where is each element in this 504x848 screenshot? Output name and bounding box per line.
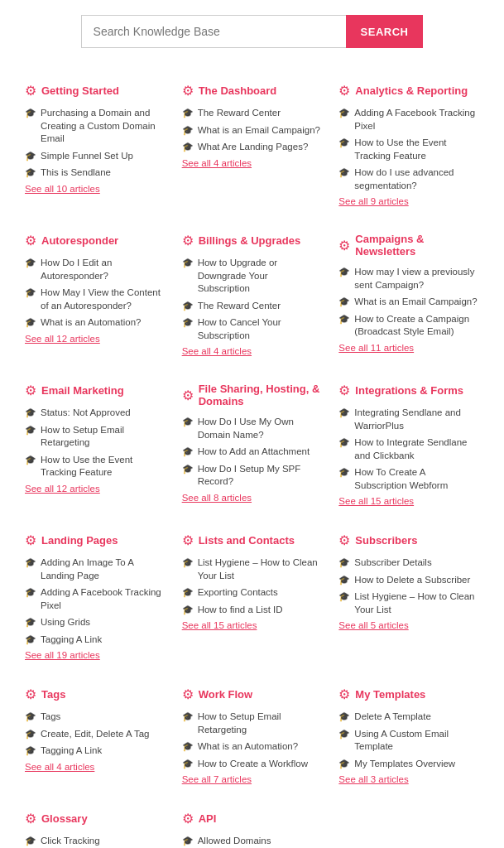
article-link[interactable]: How to Create a Workflow bbox=[198, 758, 308, 771]
article-link[interactable]: My Templates Overview bbox=[354, 758, 455, 771]
article-link[interactable]: Tagging A Link bbox=[41, 634, 102, 647]
article-link[interactable]: The Reward Center bbox=[198, 107, 281, 120]
category-title-text[interactable]: Billings & Upgrades bbox=[199, 234, 301, 247]
article-link[interactable]: Exporting Contacts bbox=[198, 586, 278, 600]
article-link[interactable]: Click Tracking bbox=[41, 835, 100, 848]
article-link[interactable]: What Are Landing Pages? bbox=[198, 141, 309, 154]
article-link[interactable]: Tags bbox=[41, 711, 60, 724]
article-item: 🎓Adding A Facebook Tracking Pixel bbox=[25, 586, 166, 612]
article-link[interactable]: The Reward Center bbox=[198, 300, 281, 313]
see-all-link[interactable]: See all 19 articles bbox=[25, 650, 166, 660]
article-link[interactable]: Status: Not Approved bbox=[41, 407, 131, 420]
see-all-link[interactable]: See all 5 articles bbox=[338, 620, 479, 630]
category-title-text[interactable]: Glossary bbox=[41, 812, 88, 825]
article-link[interactable]: How to Integrate Sendlane and Clickbank bbox=[354, 436, 479, 462]
article-icon: 🎓 bbox=[182, 108, 194, 118]
category-title-text[interactable]: My Templates bbox=[355, 688, 425, 701]
article-link[interactable]: Subscriber Details bbox=[354, 556, 431, 570]
article-link[interactable]: Tagging A Link bbox=[41, 744, 102, 758]
article-link[interactable]: What is an Email Campaign? bbox=[198, 124, 320, 137]
article-link[interactable]: Simple Funnel Set Up bbox=[41, 150, 133, 163]
article-icon: 🎓 bbox=[25, 425, 36, 436]
article-link[interactable]: What is an Automation? bbox=[41, 316, 141, 330]
article-link[interactable]: Adding A Facebook Tracking Pixel bbox=[41, 586, 166, 612]
see-all-link[interactable]: See all 3 articles bbox=[338, 774, 479, 784]
article-link[interactable]: Integrating Sendlane and WarriorPlus bbox=[354, 407, 479, 432]
article-link[interactable]: How to Setup Email Retargeting bbox=[198, 711, 323, 736]
article-link[interactable]: How to Cancel Your Subscription bbox=[198, 316, 323, 342]
category-title-text[interactable]: The Dashboard bbox=[199, 84, 277, 97]
article-link[interactable]: How Do I Edit an Autoresponder? bbox=[41, 257, 166, 282]
category-title-text[interactable]: Autoresponder bbox=[41, 234, 118, 247]
article-link[interactable]: How to Use the Event Tracking Feature bbox=[41, 454, 166, 479]
category-title-text[interactable]: Tags bbox=[41, 688, 65, 701]
article-item: 🎓Tagging A Link bbox=[25, 744, 166, 758]
category-title-text[interactable]: Subscribers bbox=[355, 534, 417, 547]
article-link[interactable]: Adding An Image To A Landing Page bbox=[41, 556, 166, 582]
see-all-link[interactable]: See all 4 articles bbox=[25, 762, 166, 772]
article-icon: 🎓 bbox=[338, 711, 350, 722]
article-link[interactable]: How to Upgrade or Downgrade Your Subscri… bbox=[198, 257, 323, 296]
see-all-link[interactable]: See all 9 articles bbox=[338, 196, 479, 206]
see-all-link[interactable]: See all 15 articles bbox=[182, 620, 323, 630]
article-link[interactable]: Using A Custom Email Template bbox=[354, 728, 479, 754]
see-all-link[interactable]: See all 10 articles bbox=[25, 184, 166, 194]
category-icon: ⚙ bbox=[25, 687, 36, 702]
see-all-link[interactable]: See all 11 articles bbox=[338, 343, 479, 353]
article-item: 🎓How to Setup Email Retargeting bbox=[182, 711, 323, 736]
see-all-link[interactable]: See all 8 articles bbox=[182, 493, 323, 503]
article-link[interactable]: Allowed Domains bbox=[198, 835, 271, 848]
article-link[interactable]: Delete A Template bbox=[354, 711, 431, 724]
article-link[interactable]: How To Create A Subscription Webform bbox=[354, 466, 479, 492]
see-all-link[interactable]: See all 4 articles bbox=[182, 158, 323, 168]
category-title-text[interactable]: Analytics & Reporting bbox=[355, 84, 468, 97]
article-link[interactable]: How to find a List ID bbox=[198, 604, 283, 617]
article-link[interactable]: How to Delete a Subscriber bbox=[354, 574, 470, 587]
article-link[interactable]: List Hygiene – How to Clean Your List bbox=[354, 590, 479, 616]
article-link[interactable]: How to Add an Attachment bbox=[198, 446, 310, 459]
see-all-link[interactable]: See all 4 articles bbox=[182, 346, 323, 356]
category-title-text[interactable]: Campaigns & Newsletters bbox=[355, 233, 479, 258]
article-link[interactable]: This is Sendlane bbox=[41, 166, 111, 180]
article-link[interactable]: Create, Edit, Delete A Tag bbox=[41, 728, 149, 741]
search-input[interactable] bbox=[81, 15, 346, 48]
article-link[interactable]: Adding A Facebook Tracking Pixel bbox=[354, 107, 479, 132]
category-title-text[interactable]: Email Marketing bbox=[41, 384, 124, 397]
article-link[interactable]: How Do I Setup My SPF Record? bbox=[198, 463, 323, 489]
article-icon: 🎓 bbox=[338, 437, 350, 448]
search-button[interactable]: SEARCH bbox=[346, 15, 424, 48]
see-all-link[interactable]: See all 12 articles bbox=[25, 334, 166, 344]
article-link[interactable]: How Do I Use My Own Domain Name? bbox=[198, 416, 323, 441]
category-title-text[interactable]: Work Flow bbox=[199, 688, 252, 701]
see-all-link[interactable]: See all 12 articles bbox=[25, 484, 166, 494]
article-item: 🎓How to Cancel Your Subscription bbox=[182, 316, 323, 342]
article-icon: 🎓 bbox=[25, 836, 36, 846]
see-all-link[interactable]: See all 15 articles bbox=[338, 496, 479, 506]
article-item: 🎓How to Use the Event Tracking Feature bbox=[338, 137, 479, 162]
article-link[interactable]: List Hygiene – How to Clean Your List bbox=[198, 556, 323, 582]
article-link[interactable]: How may I view a previously sent Campaig… bbox=[354, 266, 479, 292]
category-title-text[interactable]: Integrations & Forms bbox=[355, 384, 463, 397]
category-title-text[interactable]: Landing Pages bbox=[41, 534, 118, 547]
article-link[interactable]: How to Create a Campaign (Broadcast Styl… bbox=[354, 313, 479, 339]
article-link[interactable]: How to Setup Email Retargeting bbox=[41, 424, 166, 450]
see-all-link[interactable]: See all 7 articles bbox=[182, 774, 323, 784]
category-title-text[interactable]: API bbox=[199, 812, 217, 825]
category-block: ⚙Tags🎓Tags🎓Create, Edit, Delete A Tag🎓Ta… bbox=[17, 675, 174, 799]
article-link[interactable]: What is an Email Campaign? bbox=[354, 296, 477, 309]
article-link[interactable]: Using Grids bbox=[41, 616, 90, 629]
article-link[interactable]: How do I use advanced segmentation? bbox=[354, 166, 479, 192]
article-link[interactable]: How May I View the Content of an Autores… bbox=[41, 287, 166, 312]
category-title-text[interactable]: File Sharing, Hosting, & Domains bbox=[199, 383, 323, 407]
article-link[interactable]: What is an Automation? bbox=[198, 740, 298, 754]
article-link[interactable]: Purchasing a Domain and Creating a Custo… bbox=[41, 107, 166, 146]
category-title: ⚙The Dashboard bbox=[182, 83, 323, 99]
article-icon: 🎓 bbox=[338, 407, 350, 418]
article-icon: 🎓 bbox=[25, 108, 36, 118]
category-title-text[interactable]: Getting Started bbox=[41, 84, 119, 97]
article-item: 🎓How to Upgrade or Downgrade Your Subscr… bbox=[182, 257, 323, 296]
article-item: 🎓Exporting Contacts bbox=[182, 586, 323, 600]
article-link[interactable]: How to Use the Event Tracking Feature bbox=[354, 137, 479, 162]
category-title-text[interactable]: Lists and Contacts bbox=[199, 534, 295, 547]
article-item: 🎓How Do I Use My Own Domain Name? bbox=[182, 416, 323, 441]
